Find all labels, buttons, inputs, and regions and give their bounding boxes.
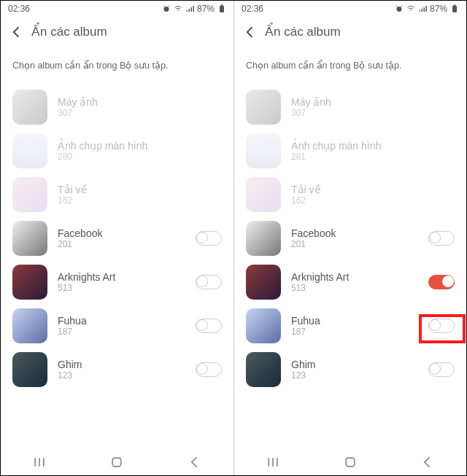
status-right: 87% xyxy=(162,4,226,14)
svg-point-4 xyxy=(396,7,401,12)
album-row[interactable]: Ghim123 xyxy=(1,348,234,391)
album-count: 307 xyxy=(291,108,455,118)
status-right: 87% xyxy=(395,4,459,14)
album-thumbnail xyxy=(12,265,47,300)
album-thumbnail xyxy=(246,265,281,300)
album-row: Ảnh chụp màn hình280 xyxy=(1,129,234,173)
album-count: 162 xyxy=(291,195,455,206)
wifi-icon xyxy=(174,4,182,13)
hide-toggle[interactable] xyxy=(428,319,455,333)
album-thumbnail xyxy=(246,221,281,256)
album-row[interactable]: Ghim123 xyxy=(234,348,466,391)
svg-rect-2 xyxy=(221,5,223,7)
album-count: 307 xyxy=(58,108,222,118)
album-row[interactable]: Facebook201 xyxy=(234,216,466,260)
album-count: 187 xyxy=(291,327,418,337)
recents-icon[interactable] xyxy=(32,455,47,469)
album-count: 201 xyxy=(58,239,185,249)
album-row: Tải về162 xyxy=(234,173,466,216)
page-title: Ẩn các album xyxy=(31,24,107,39)
album-thumbnail xyxy=(12,133,47,168)
album-thumbnail xyxy=(12,221,47,256)
status-bar: 02:36 87% xyxy=(234,1,466,17)
album-count: 513 xyxy=(58,283,185,293)
svg-point-0 xyxy=(163,7,169,12)
hide-toggle[interactable] xyxy=(196,319,222,333)
album-row[interactable]: Fuhua187 xyxy=(234,304,466,348)
battery-text: 87% xyxy=(430,4,447,14)
album-thumbnail xyxy=(12,90,47,125)
album-name: Fuhua xyxy=(291,315,418,327)
album-count: 123 xyxy=(291,370,418,381)
album-name: Arknights Art xyxy=(291,271,418,283)
album-name: Arknights Art xyxy=(58,271,185,283)
album-name: Máy ảnh xyxy=(58,96,222,108)
album-name: Tải về xyxy=(291,184,455,195)
album-name: Tải về xyxy=(58,184,222,195)
status-time: 02:36 xyxy=(8,4,30,14)
status-time: 02:36 xyxy=(242,4,263,14)
album-row: Máy ảnh307 xyxy=(1,85,234,129)
back-icon[interactable] xyxy=(243,25,258,39)
hide-toggle[interactable] xyxy=(428,362,455,377)
album-row[interactable]: Arknights Art513 xyxy=(1,260,234,304)
album-row[interactable]: Arknights Art513 xyxy=(234,260,466,304)
signal-icon xyxy=(185,4,194,13)
album-count: 513 xyxy=(291,283,418,293)
album-thumbnail xyxy=(246,90,281,125)
back-icon[interactable] xyxy=(9,25,24,39)
svg-rect-3 xyxy=(113,458,122,467)
page-subtitle: Chọn album cần ẩn trong Bộ sưu tập. xyxy=(234,50,466,85)
home-icon[interactable] xyxy=(109,455,124,469)
hide-toggle[interactable] xyxy=(196,362,222,377)
battery-icon xyxy=(217,4,226,13)
nav-back-icon[interactable] xyxy=(188,455,202,469)
header: Ẩn các album xyxy=(234,17,466,50)
album-count: 123 xyxy=(58,370,185,381)
album-list: Máy ảnh307 Ảnh chụp màn hình280 Tải về16… xyxy=(1,85,234,449)
hide-toggle[interactable] xyxy=(428,275,455,289)
album-thumbnail xyxy=(246,308,281,343)
battery-text: 87% xyxy=(197,4,215,14)
signal-icon xyxy=(418,4,427,13)
album-count: 201 xyxy=(291,239,418,249)
hide-toggle[interactable] xyxy=(196,231,222,246)
battery-icon xyxy=(450,4,459,13)
alarm-icon xyxy=(395,4,404,13)
album-name: Ghim xyxy=(291,359,418,370)
svg-rect-7 xyxy=(346,458,355,467)
page-subtitle: Chọn album cần ẩn trong Bộ sưu tập. xyxy=(1,50,234,85)
album-row: Máy ảnh307 xyxy=(234,85,466,129)
recents-icon[interactable] xyxy=(266,455,280,469)
album-name: Ảnh chụp màn hình xyxy=(58,140,222,152)
album-row: Tải về162 xyxy=(1,173,234,216)
screen-right: 02:36 87% Ẩn các album Chọn album cần ẩn… xyxy=(234,1,466,475)
album-count: 280 xyxy=(58,152,222,162)
album-name: Máy ảnh xyxy=(291,96,455,108)
nav-bar xyxy=(234,449,466,475)
svg-rect-1 xyxy=(220,6,224,12)
hide-toggle[interactable] xyxy=(428,231,455,246)
album-count: 162 xyxy=(58,195,222,206)
album-count: 281 xyxy=(291,152,455,162)
svg-rect-5 xyxy=(452,6,457,12)
album-row[interactable]: Facebook201 xyxy=(1,216,234,260)
alarm-icon xyxy=(162,4,171,13)
album-name: Facebook xyxy=(58,227,185,239)
nav-back-icon[interactable] xyxy=(420,455,435,469)
album-list: Máy ảnh307 Ảnh chụp màn hình281 Tải về16… xyxy=(234,85,466,449)
screen-left: 02:36 87% Ẩn các album Chọn album cần ẩn… xyxy=(1,1,234,475)
album-thumbnail xyxy=(12,308,47,343)
status-bar: 02:36 87% xyxy=(1,1,234,17)
home-icon[interactable] xyxy=(343,455,358,469)
album-row[interactable]: Fuhua187 xyxy=(1,304,234,348)
nav-bar xyxy=(1,449,234,475)
album-thumbnail xyxy=(246,133,281,168)
album-thumbnail xyxy=(246,352,281,387)
album-name: Fuhua xyxy=(58,315,185,327)
album-row: Ảnh chụp màn hình281 xyxy=(234,129,466,173)
album-name: Ghim xyxy=(58,359,185,370)
album-thumbnail xyxy=(12,177,47,212)
svg-rect-6 xyxy=(454,5,456,7)
hide-toggle[interactable] xyxy=(196,275,222,289)
